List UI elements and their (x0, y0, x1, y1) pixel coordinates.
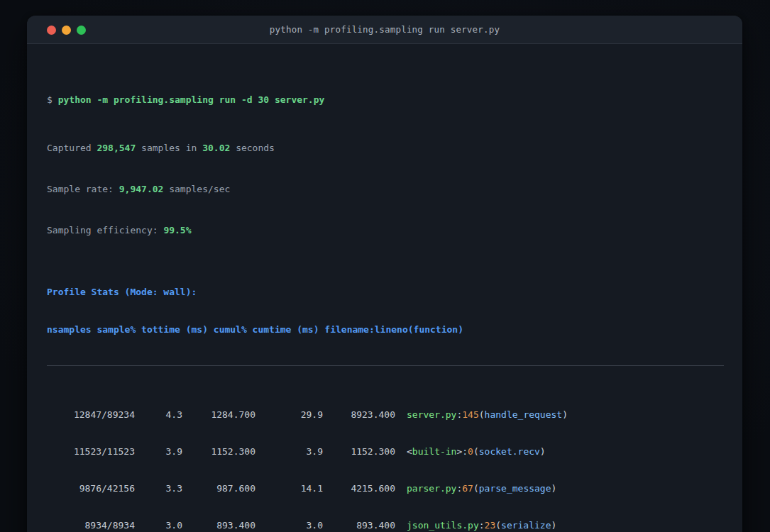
sample-pct-cell: 3.9 (135, 444, 182, 460)
table-columns-header: nsamples sample% tottime (ms) cumul% cum… (47, 322, 724, 338)
window-controls (47, 16, 86, 44)
table-row: 12847/89234 4.3 1284.700 29.9 8923.400 s… (47, 407, 724, 423)
table-row: 11523/11523 3.9 1152.300 3.9 1152.300 <b… (47, 444, 724, 460)
tottime-cell: 987.600 (182, 481, 255, 497)
maximize-window-button[interactable] (77, 26, 86, 35)
cumul-pct-cell: 29.9 (255, 407, 323, 423)
cumul-pct-cell: 14.1 (255, 481, 323, 497)
terminal-window: python -m profiling.sampling run server.… (27, 16, 742, 532)
terminal-output-area[interactable]: $ python -m profiling.sampling run -d 30… (27, 44, 742, 532)
table-row: 8934/8934 3.0 893.400 3.0 893.400 json_u… (47, 518, 724, 532)
nsamples-cell: 12847/89234 (47, 407, 135, 423)
sample-pct-cell: 3.0 (135, 518, 182, 532)
cumtime-cell: 8923.400 (323, 407, 395, 423)
table-row: 9876/42156 3.3 987.600 14.1 4215.600 par… (47, 481, 724, 497)
cumul-pct-cell: 3.0 (255, 518, 323, 532)
profile-stats-heading: Profile Stats (Mode: wall): (47, 284, 724, 301)
location-cell: parser.py:67(parse_message) (407, 481, 556, 497)
location-cell: server.py:145(handle_request) (407, 407, 568, 423)
table-divider (47, 365, 724, 366)
window-title: python -m profiling.sampling run server.… (270, 24, 500, 35)
shell-prompt-line: $ python -m profiling.sampling run -d 30… (47, 90, 724, 110)
sampling-efficiency-line: Sampling efficiency: 99.5% (47, 221, 724, 240)
cumtime-cell: 4215.600 (323, 481, 395, 497)
desktop-background: python -m profiling.sampling run server.… (0, 0, 770, 532)
cumul-pct-cell: 3.9 (255, 444, 323, 460)
nsamples-cell: 11523/11523 (47, 444, 135, 460)
cumtime-cell: 1152.300 (323, 444, 395, 460)
location-cell: json_utils.py:23(serialize) (407, 518, 556, 532)
captured-samples-line: Captured 298,547 samples in 30.02 second… (47, 138, 724, 158)
minimize-window-button[interactable] (62, 26, 71, 35)
nsamples-cell: 9876/42156 (47, 481, 135, 497)
location-cell: <built-in>:0(socket.recv) (407, 444, 546, 460)
tottime-cell: 893.400 (182, 518, 255, 532)
close-window-button[interactable] (47, 26, 56, 35)
sample-pct-cell: 4.3 (135, 407, 182, 423)
tottime-cell: 1284.700 (182, 407, 255, 423)
cumtime-cell: 893.400 (323, 518, 395, 532)
sample-rate-line: Sample rate: 9,947.02 samples/sec (47, 179, 724, 199)
nsamples-cell: 8934/8934 (47, 518, 135, 532)
terminal-titlebar[interactable]: python -m profiling.sampling run server.… (27, 16, 742, 44)
sample-pct-cell: 3.3 (135, 481, 182, 497)
tottime-cell: 1152.300 (182, 444, 255, 460)
